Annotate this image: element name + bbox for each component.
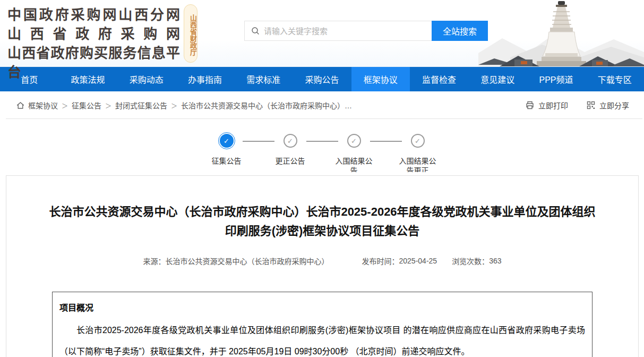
step-collection-notice[interactable]: ✓ 征集公告 — [195, 133, 259, 172]
breadcrumb-item-collection-notice[interactable]: 征集公告 — [72, 100, 101, 110]
view-count-label: 浏览次数： — [452, 256, 489, 266]
check-icon: ✓ — [347, 134, 361, 148]
share-button[interactable]: 立即分享 — [586, 100, 629, 110]
step-shortlist-result[interactable]: ✓ 入围结果公告 — [322, 133, 386, 172]
pagoda-banner-illustration — [478, 0, 644, 66]
nav-item-service-guide[interactable]: 办事指南 — [176, 67, 234, 91]
breadcrumb-item-closed-collection[interactable]: 封闭式征集公告 — [115, 100, 167, 110]
page-actions: 立即打印 立即分享 — [525, 91, 629, 119]
article-meta: 来源：长治市公共资源交易中心（长治市政府采购中心） 发布时间：2025-04-2… — [6, 256, 638, 266]
view-count-value: 363 — [489, 257, 501, 265]
print-label: 立即打印 — [538, 100, 568, 110]
finance-department-seal: 山西省财政厅 — [184, 4, 198, 63]
nav-item-demand-standards[interactable]: 需求标准 — [234, 67, 293, 91]
nav-item-procurement-notices[interactable]: 采购公告 — [293, 67, 351, 91]
breadcrumb-separator: ＞ — [105, 101, 111, 110]
printer-icon — [525, 100, 535, 110]
search-box — [244, 21, 432, 41]
check-icon: ✓ — [411, 134, 425, 148]
nav-item-downloads[interactable]: 下载专区 — [586, 67, 644, 91]
source-label: 来源： — [143, 256, 166, 266]
project-overview-heading: 项目概况 — [59, 301, 585, 313]
print-button[interactable]: 立即打印 — [525, 100, 568, 110]
qr-share-icon — [586, 100, 596, 110]
breadcrumb-bar: 框架协议 ＞ 征集公告 ＞ 封闭式征集公告 ＞ 长治市公共资源交易中心（长治市政… — [0, 91, 644, 119]
share-label: 立即分享 — [599, 100, 629, 110]
home-icon[interactable] — [16, 101, 25, 110]
project-overview-box: 项目概况 长治市2025-2026年度各级党政机关事业单位及团体组织印刷服务(涉… — [52, 292, 593, 357]
publish-date-value: 2025-04-25 — [399, 257, 437, 265]
check-icon: ✓ — [284, 134, 297, 148]
breadcrumb-separator: ＞ — [62, 101, 68, 110]
step-correction-notice[interactable]: ✓ 更正公告 — [259, 133, 322, 172]
nav-item-ppp-channel[interactable]: PPP频道 — [527, 67, 585, 91]
nav-item-feedback[interactable]: 意见建议 — [468, 67, 527, 91]
source-value: 长治市公共资源交易中心（长治市政府采购中心） — [166, 256, 329, 266]
announcement-card: 长治市公共资源交易中心（长治市政府采购中心）长治市2025-2026年度各级党政… — [6, 175, 639, 357]
nav-item-supervision[interactable]: 监督检查 — [410, 67, 468, 91]
breadcrumb-divider — [6, 118, 642, 119]
breadcrumb-item-current-page: 长治市公共资源交易中心（长治市政府采购中心）长治市2025-2026年度各级党政… — [181, 100, 356, 110]
breadcrumb-separator: ＞ — [171, 101, 177, 110]
breadcrumb-item-framework[interactable]: 框架协议 — [28, 100, 58, 110]
site-logo[interactable]: 中国政府采购网山西分网 山西省政府采购网 山西省政府购买服务信息平台 — [7, 5, 181, 82]
site-search: 全站搜索 — [244, 21, 488, 41]
search-input[interactable] — [264, 22, 432, 40]
logo-line-1: 中国政府采购网山西分网 — [7, 5, 181, 24]
logo-line-3: 山西省政府购买服务信息平台 — [7, 44, 181, 82]
nav-item-framework-agreement[interactable]: 框架协议 — [351, 67, 410, 91]
page-title: 长治市公共资源交易中心（长治市政府采购中心）长治市2025-2026年度各级党政… — [49, 202, 596, 241]
check-icon: ✓ — [220, 134, 234, 148]
publish-date-label: 发布时间： — [362, 256, 399, 266]
announcement-stage-stepper: ✓ 征集公告 ✓ 更正公告 ✓ 入围结果公告 ✓ 入围结果公告更正 — [0, 119, 644, 172]
site-header: 中国政府采购网山西分网 山西省政府采购网 山西省政府购买服务信息平台 山西省财政… — [0, 0, 644, 67]
search-icon — [251, 27, 260, 35]
project-overview-body: 长治市2025-2026年度各级党政机关事业单位及团体组织印刷服务(涉密)框架协… — [59, 320, 585, 357]
breadcrumb: 框架协议 ＞ 征集公告 ＞ 封闭式征集公告 ＞ 长治市公共资源交易中心（长治市政… — [16, 100, 356, 110]
step-shortlist-result-correction[interactable]: ✓ 入围结果公告更正 — [386, 133, 450, 172]
logo-line-2: 山西省政府采购网 — [7, 24, 181, 44]
